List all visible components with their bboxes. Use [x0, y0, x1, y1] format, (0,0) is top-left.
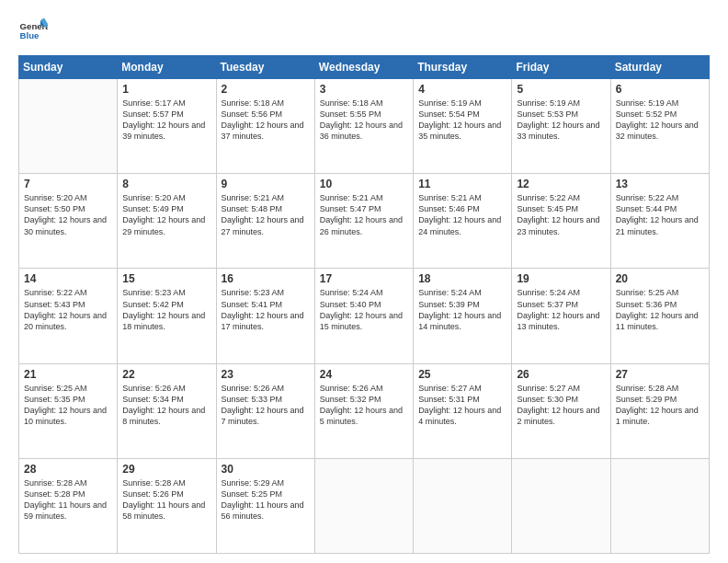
- week-row-4: 21Sunrise: 5:25 AMSunset: 5:35 PMDayligh…: [19, 363, 710, 458]
- calendar-cell: 9Sunrise: 5:21 AMSunset: 5:48 PMDaylight…: [216, 174, 314, 269]
- calendar-cell: 20Sunrise: 5:25 AMSunset: 5:36 PMDayligh…: [610, 269, 709, 363]
- page: General Blue SundayMondayTuesdayWednesda…: [0, 0, 728, 563]
- calendar-cell: [610, 458, 709, 553]
- day-number: 29: [122, 463, 210, 476]
- calendar-cell: 15Sunrise: 5:23 AMSunset: 5:42 PMDayligh…: [118, 269, 216, 363]
- calendar-cell: 3Sunrise: 5:18 AMSunset: 5:55 PMDaylight…: [314, 79, 413, 174]
- weekday-header-tuesday: Tuesday: [216, 56, 314, 79]
- weekday-header-saturday: Saturday: [610, 56, 709, 79]
- calendar-cell: 13Sunrise: 5:22 AMSunset: 5:44 PMDayligh…: [610, 174, 709, 269]
- cell-info: Sunrise: 5:26 AMSunset: 5:34 PMDaylight:…: [122, 383, 210, 428]
- calendar-cell: 28Sunrise: 5:28 AMSunset: 5:28 PMDayligh…: [19, 458, 118, 553]
- cell-info: Sunrise: 5:19 AMSunset: 5:52 PMDaylight:…: [616, 98, 704, 143]
- day-number: 4: [418, 83, 506, 96]
- calendar-cell: 19Sunrise: 5:24 AMSunset: 5:37 PMDayligh…: [512, 269, 610, 363]
- day-number: 11: [418, 178, 506, 190]
- day-number: 3: [320, 83, 408, 96]
- weekday-header-sunday: Sunday: [19, 56, 118, 79]
- cell-info: Sunrise: 5:18 AMSunset: 5:55 PMDaylight:…: [320, 98, 408, 143]
- cell-info: Sunrise: 5:27 AMSunset: 5:30 PMDaylight:…: [517, 383, 605, 428]
- calendar-cell: 12Sunrise: 5:22 AMSunset: 5:45 PMDayligh…: [512, 174, 610, 269]
- day-number: 15: [122, 272, 210, 285]
- cell-info: Sunrise: 5:25 AMSunset: 5:35 PMDaylight:…: [24, 383, 112, 428]
- calendar-cell: 25Sunrise: 5:27 AMSunset: 5:31 PMDayligh…: [414, 363, 512, 458]
- calendar-cell: 22Sunrise: 5:26 AMSunset: 5:34 PMDayligh…: [118, 363, 216, 458]
- day-number: 25: [418, 368, 506, 381]
- day-number: 14: [24, 272, 112, 285]
- day-number: 13: [616, 178, 704, 190]
- cell-info: Sunrise: 5:22 AMSunset: 5:45 PMDaylight:…: [517, 192, 605, 237]
- calendar-cell: [414, 458, 512, 553]
- calendar-cell: [19, 79, 118, 174]
- cell-info: Sunrise: 5:23 AMSunset: 5:41 PMDaylight:…: [222, 287, 310, 332]
- header: General Blue: [18, 17, 710, 46]
- cell-info: Sunrise: 5:29 AMSunset: 5:25 PMDaylight:…: [222, 477, 310, 523]
- day-number: 2: [222, 83, 310, 96]
- day-number: 12: [517, 178, 605, 190]
- calendar-cell: 30Sunrise: 5:29 AMSunset: 5:25 PMDayligh…: [216, 458, 314, 553]
- calendar-cell: [512, 458, 610, 553]
- cell-info: Sunrise: 5:21 AMSunset: 5:48 PMDaylight:…: [222, 192, 310, 237]
- cell-info: Sunrise: 5:27 AMSunset: 5:31 PMDaylight:…: [418, 383, 506, 428]
- calendar-table: SundayMondayTuesdayWednesdayThursdayFrid…: [18, 55, 710, 554]
- calendar-cell: 23Sunrise: 5:26 AMSunset: 5:33 PMDayligh…: [216, 363, 314, 458]
- calendar-cell: [314, 458, 413, 553]
- day-number: 9: [222, 178, 310, 190]
- cell-info: Sunrise: 5:28 AMSunset: 5:28 PMDaylight:…: [24, 477, 112, 523]
- calendar-cell: 1Sunrise: 5:17 AMSunset: 5:57 PMDaylight…: [118, 79, 216, 174]
- cell-info: Sunrise: 5:26 AMSunset: 5:33 PMDaylight:…: [222, 383, 310, 428]
- cell-info: Sunrise: 5:24 AMSunset: 5:37 PMDaylight:…: [517, 287, 605, 332]
- calendar-cell: 26Sunrise: 5:27 AMSunset: 5:30 PMDayligh…: [512, 363, 610, 458]
- logo-icon: General Blue: [18, 17, 48, 46]
- weekday-header-friday: Friday: [512, 56, 610, 79]
- calendar-cell: 6Sunrise: 5:19 AMSunset: 5:52 PMDaylight…: [610, 79, 709, 174]
- day-number: 20: [616, 272, 704, 285]
- day-number: 18: [418, 272, 506, 285]
- calendar-cell: 21Sunrise: 5:25 AMSunset: 5:35 PMDayligh…: [19, 363, 118, 458]
- cell-info: Sunrise: 5:22 AMSunset: 5:44 PMDaylight:…: [616, 192, 704, 237]
- week-row-3: 14Sunrise: 5:22 AMSunset: 5:43 PMDayligh…: [19, 269, 710, 363]
- cell-info: Sunrise: 5:17 AMSunset: 5:57 PMDaylight:…: [122, 98, 210, 143]
- cell-info: Sunrise: 5:25 AMSunset: 5:36 PMDaylight:…: [616, 287, 704, 332]
- cell-info: Sunrise: 5:28 AMSunset: 5:29 PMDaylight:…: [616, 383, 704, 428]
- weekday-header-thursday: Thursday: [414, 56, 512, 79]
- calendar-cell: 16Sunrise: 5:23 AMSunset: 5:41 PMDayligh…: [216, 269, 314, 363]
- calendar-cell: 4Sunrise: 5:19 AMSunset: 5:54 PMDaylight…: [414, 79, 512, 174]
- calendar-cell: 24Sunrise: 5:26 AMSunset: 5:32 PMDayligh…: [314, 363, 413, 458]
- cell-info: Sunrise: 5:19 AMSunset: 5:53 PMDaylight:…: [517, 98, 605, 143]
- cell-info: Sunrise: 5:24 AMSunset: 5:40 PMDaylight:…: [320, 287, 408, 332]
- calendar-cell: 10Sunrise: 5:21 AMSunset: 5:47 PMDayligh…: [314, 174, 413, 269]
- day-number: 8: [122, 178, 210, 190]
- calendar-cell: 7Sunrise: 5:20 AMSunset: 5:50 PMDaylight…: [19, 174, 118, 269]
- day-number: 22: [122, 368, 210, 381]
- calendar-cell: 17Sunrise: 5:24 AMSunset: 5:40 PMDayligh…: [314, 269, 413, 363]
- day-number: 17: [320, 272, 408, 285]
- day-number: 28: [24, 463, 112, 476]
- cell-info: Sunrise: 5:24 AMSunset: 5:39 PMDaylight:…: [418, 287, 506, 332]
- cell-info: Sunrise: 5:21 AMSunset: 5:47 PMDaylight:…: [320, 192, 408, 237]
- weekday-header-wednesday: Wednesday: [314, 56, 413, 79]
- calendar-cell: 5Sunrise: 5:19 AMSunset: 5:53 PMDaylight…: [512, 79, 610, 174]
- cell-info: Sunrise: 5:22 AMSunset: 5:43 PMDaylight:…: [24, 287, 112, 332]
- logo: General Blue: [18, 17, 48, 46]
- day-number: 24: [320, 368, 408, 381]
- day-number: 19: [517, 272, 605, 285]
- calendar-cell: 14Sunrise: 5:22 AMSunset: 5:43 PMDayligh…: [19, 269, 118, 363]
- cell-info: Sunrise: 5:28 AMSunset: 5:26 PMDaylight:…: [122, 477, 210, 523]
- day-number: 21: [24, 368, 112, 381]
- cell-info: Sunrise: 5:18 AMSunset: 5:56 PMDaylight:…: [222, 98, 310, 143]
- calendar-cell: 29Sunrise: 5:28 AMSunset: 5:26 PMDayligh…: [118, 458, 216, 553]
- svg-text:Blue: Blue: [20, 30, 40, 40]
- cell-info: Sunrise: 5:20 AMSunset: 5:50 PMDaylight:…: [24, 192, 112, 237]
- day-number: 27: [616, 368, 704, 381]
- day-number: 30: [222, 463, 310, 476]
- calendar-cell: 11Sunrise: 5:21 AMSunset: 5:46 PMDayligh…: [414, 174, 512, 269]
- calendar-cell: 2Sunrise: 5:18 AMSunset: 5:56 PMDaylight…: [216, 79, 314, 174]
- day-number: 23: [222, 368, 310, 381]
- week-row-2: 7Sunrise: 5:20 AMSunset: 5:50 PMDaylight…: [19, 174, 710, 269]
- cell-info: Sunrise: 5:23 AMSunset: 5:42 PMDaylight:…: [122, 287, 210, 332]
- cell-info: Sunrise: 5:21 AMSunset: 5:46 PMDaylight:…: [418, 192, 506, 237]
- day-number: 1: [122, 83, 210, 96]
- weekday-header-monday: Monday: [118, 56, 216, 79]
- cell-info: Sunrise: 5:26 AMSunset: 5:32 PMDaylight:…: [320, 383, 408, 428]
